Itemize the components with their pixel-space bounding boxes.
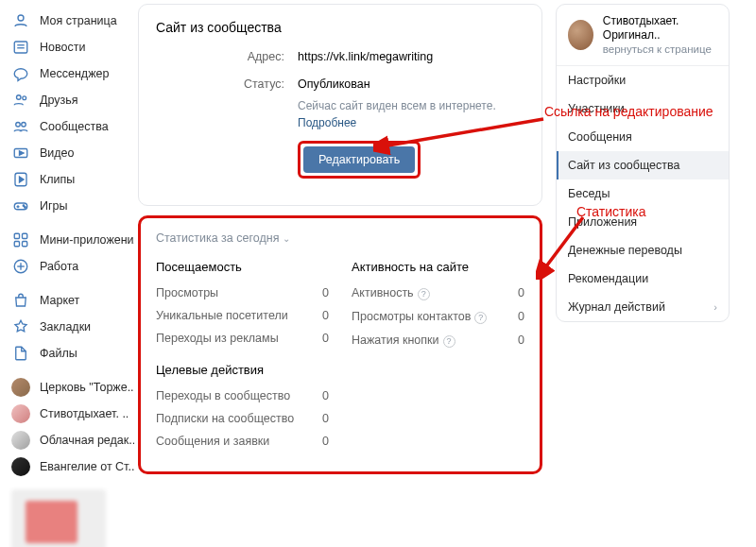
menu-label: Журнал действий <box>568 300 665 314</box>
stat-label: Подписки на сообщество <box>156 412 294 425</box>
groups-icon <box>11 117 30 136</box>
nav-item-miniapps[interactable]: Мини-приложения <box>0 227 134 253</box>
settings-menu-item[interactable]: Денежные переводы <box>557 236 729 265</box>
chevron-right-icon: › <box>713 301 717 313</box>
settings-menu-item[interactable]: Приложения <box>557 208 729 236</box>
stat-row: Переходы в сообщество0 <box>156 385 329 407</box>
stats-card: Статистика за сегодня ⌄ Посещаемость Про… <box>138 215 542 474</box>
stat-row: Уникальные посетители0 <box>156 304 329 327</box>
help-icon[interactable]: ? <box>443 335 455 348</box>
address-label: Адрес: <box>156 48 298 66</box>
menu-label: Участники <box>568 102 625 115</box>
group-avatar <box>11 378 30 397</box>
stat-value: 0 <box>518 310 524 324</box>
nav-item-games[interactable]: Игры <box>0 193 134 219</box>
stat-label: Просмотры <box>156 286 218 299</box>
nav-label: Видео <box>40 146 75 160</box>
svg-point-5 <box>23 96 26 100</box>
stat-row: Подписки на сообщество0 <box>156 407 329 430</box>
nav-label: Мини-приложения <box>40 233 134 247</box>
nav-item-groups[interactable]: Сообщества <box>0 113 134 140</box>
nav-item-group[interactable]: Евангелие от Ст.. <box>0 453 134 480</box>
settings-menu-item[interactable]: Журнал действий› <box>557 293 729 321</box>
back-link[interactable]: вернуться к странице <box>603 43 717 56</box>
stat-row: Сообщения и заявки0 <box>156 430 329 453</box>
home-icon <box>11 11 30 30</box>
svg-rect-17 <box>14 233 19 238</box>
stats-period[interactable]: Статистика за сегодня ⌄ <box>156 231 524 245</box>
visits-heading: Посещаемость <box>156 260 329 274</box>
svg-point-15 <box>23 205 25 207</box>
edit-button[interactable]: Редактировать <box>303 146 415 173</box>
market-icon <box>11 291 30 310</box>
nav-label: Игры <box>40 199 67 213</box>
settings-menu-item[interactable]: Сообщения <box>557 123 729 151</box>
nav-item-news[interactable]: Новости <box>0 34 134 60</box>
more-link[interactable]: Подробнее <box>298 116 356 129</box>
svg-rect-19 <box>14 242 19 247</box>
menu-label: Денежные переводы <box>568 244 682 257</box>
nav-item-group[interactable]: Церковь "Торже.. <box>0 374 134 401</box>
stat-row: Переходы из рекламы0 <box>156 327 329 350</box>
stat-value: 0 <box>322 309 329 322</box>
stat-row: Активность?0 <box>352 282 524 305</box>
menu-label: Сайт из сообщества <box>568 159 679 172</box>
stat-value: 0 <box>322 389 329 402</box>
status-note: Сейчас сайт виден всем в интернете. Подр… <box>298 97 524 131</box>
settings-menu-item[interactable]: Участники <box>557 94 729 123</box>
nav-label: Стивотдыхает. .. <box>40 407 129 420</box>
ad-placeholder <box>11 489 106 547</box>
edit-button-highlight: Редактировать <box>298 141 421 179</box>
stat-label: Просмотры контактов? <box>352 310 487 324</box>
left-sidebar: Моя страницаНовостиМессенджерДрузьяСообщ… <box>0 0 134 547</box>
nav-item-group[interactable]: Стивотдыхает. .. <box>0 401 134 427</box>
settings-menu-item[interactable]: Настройки <box>557 66 729 94</box>
settings-menu-item[interactable]: Сайт из сообщества <box>557 151 729 179</box>
nav-item-files[interactable]: Файлы <box>0 340 134 367</box>
svg-rect-18 <box>23 233 27 238</box>
stat-value: 0 <box>322 332 329 345</box>
video-icon <box>11 144 30 162</box>
status-text: Опубликован <box>298 77 370 91</box>
address-value: https://vk.link/megawriting <box>298 48 524 66</box>
help-icon[interactable]: ? <box>418 288 430 300</box>
nav-item-clips[interactable]: Клипы <box>0 166 134 193</box>
nav-label: Файлы <box>40 347 77 360</box>
stat-label: Переходы в сообщество <box>156 389 290 402</box>
stat-value: 0 <box>322 435 329 448</box>
menu-label: Сообщения <box>568 130 632 144</box>
right-sidebar: Стивотдыхает. Оригинал.. вернуться к стр… <box>550 0 735 547</box>
settings-menu-item[interactable]: Беседы <box>557 179 729 208</box>
help-icon[interactable]: ? <box>474 312 487 324</box>
stat-value: 0 <box>518 286 524 300</box>
nav-item-bookmarks[interactable]: Закладки <box>0 314 134 340</box>
svg-marker-11 <box>20 177 25 182</box>
settings-menu-item[interactable]: Рекомендации <box>557 265 729 293</box>
svg-point-6 <box>16 123 21 128</box>
status-value: Опубликован Сейчас сайт виден всем в инт… <box>298 76 524 179</box>
community-header[interactable]: Стивотдыхает. Оригинал.. вернуться к стр… <box>557 5 729 66</box>
miniapps-icon <box>11 231 30 249</box>
nav-item-market[interactable]: Маркет <box>0 287 134 314</box>
stat-label: Уникальные посетители <box>156 309 288 322</box>
svg-rect-20 <box>23 242 27 247</box>
stat-value: 0 <box>322 286 329 299</box>
site-card: Сайт из сообщества Адрес: https://vk.lin… <box>138 4 542 206</box>
svg-point-4 <box>17 95 22 100</box>
work-icon <box>11 257 30 276</box>
card-title: Сайт из сообщества <box>156 20 524 35</box>
nav-item-msg[interactable]: Мессенджер <box>0 60 134 87</box>
nav-label: Облачная редак.. <box>40 434 134 447</box>
stat-value: 0 <box>518 333 524 348</box>
nav-item-work[interactable]: Работа <box>0 253 134 280</box>
nav-item-group[interactable]: Облачная редак.. <box>0 427 134 453</box>
svg-point-0 <box>18 15 24 21</box>
nav-label: Сообщества <box>40 120 109 133</box>
community-name: Стивотдыхает. Оригинал.. <box>603 14 717 43</box>
nav-label: Маркет <box>40 294 79 307</box>
nav-item-friends[interactable]: Друзья <box>0 87 134 113</box>
nav-item-home[interactable]: Моя страница <box>0 8 134 34</box>
stat-label: Сообщения и заявки <box>156 435 269 448</box>
nav-item-video[interactable]: Видео <box>0 140 134 166</box>
group-avatar <box>11 431 30 450</box>
